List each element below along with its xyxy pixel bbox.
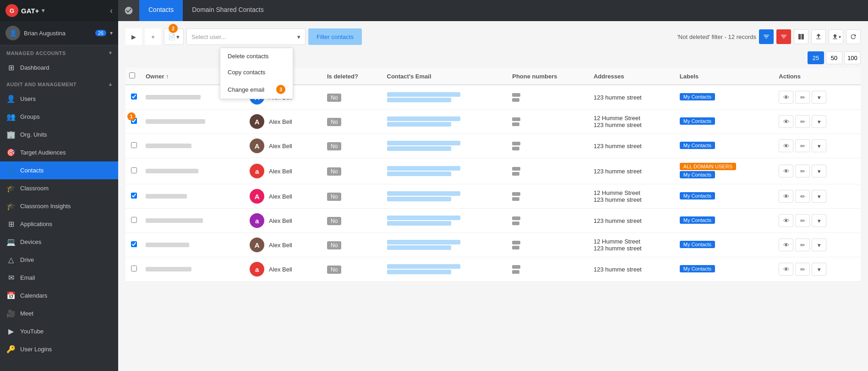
page-btn-25[interactable]: 25: [808, 51, 824, 64]
edit-button[interactable]: ✏: [795, 91, 810, 104]
page-btn-100[interactable]: 100: [844, 51, 861, 64]
edit-button[interactable]: ✏: [795, 190, 810, 203]
sidebar-item-meet[interactable]: 🎥 Meet: [0, 305, 118, 322]
sidebar-item-user-logins[interactable]: 🔑 User Logins: [0, 340, 118, 358]
view-button[interactable]: 👁: [779, 214, 793, 227]
tab-domain-shared[interactable]: Domain Shared Contacts: [183, 0, 273, 21]
table-row: 1AAlex BellNo12 Humme Street123 humme st…: [126, 110, 861, 134]
sidebar-item-users[interactable]: 👤 Users: [0, 90, 118, 108]
edit-button[interactable]: ✏: [795, 165, 810, 177]
import-button[interactable]: [811, 29, 826, 44]
address: 123 humme street: [590, 85, 676, 110]
owner-email-blurred: [146, 218, 203, 223]
main-content: Contacts Domain Shared Contacts ▶ + 2 📄 …: [118, 0, 868, 371]
row-checkbox[interactable]: [131, 167, 137, 173]
edit-button[interactable]: ✏: [795, 214, 810, 227]
export-button[interactable]: ▾: [829, 29, 843, 44]
sidebar-item-classroom[interactable]: 🎓 Classroom: [0, 179, 118, 197]
contact-avatar: A: [250, 189, 264, 204]
row-checkbox[interactable]: [131, 94, 137, 100]
edit-button[interactable]: ✏: [795, 139, 810, 152]
action-buttons: 👁✏▾: [779, 214, 857, 227]
target-audiences-icon: 🎯: [6, 148, 16, 157]
audit-label: AUDIT AND MANAGEMENT: [6, 82, 76, 87]
edit-button[interactable]: ✏: [795, 115, 810, 128]
row-checkbox[interactable]: [131, 266, 137, 271]
dropdown-item-delete-contacts[interactable]: Delete contacts: [220, 48, 293, 64]
sidebar-item-devices[interactable]: 💻 Devices: [0, 233, 118, 251]
columns-toggle-button[interactable]: [794, 29, 808, 44]
youtube-icon: ▶: [6, 327, 16, 336]
is-deleted-badge: No: [327, 217, 341, 225]
select-dropdown-icon: ▾: [297, 33, 300, 40]
filter-active-button[interactable]: [759, 29, 774, 44]
edit-button[interactable]: ✏: [795, 263, 810, 276]
label-badge: My Contacts: [680, 265, 715, 272]
address: 123 humme street: [590, 158, 676, 184]
more-actions-button[interactable]: ▾: [812, 91, 826, 104]
play-button[interactable]: ▶: [126, 28, 142, 45]
action-buttons: 👁✏▾: [779, 165, 857, 177]
row-checkbox[interactable]: [131, 142, 137, 148]
filter-clear-button[interactable]: [776, 29, 791, 44]
sidebar-item-classroom-insights[interactable]: 🎓 Classroom Insights: [0, 197, 118, 215]
tab-contacts[interactable]: Contacts: [139, 0, 183, 21]
sidebar-item-contacts[interactable]: 👤 Contacts: [0, 161, 118, 179]
view-button[interactable]: 👁: [779, 115, 793, 128]
table-row: aAlex BellNo123 humme streetMy Contacts👁…: [126, 209, 861, 233]
row-checkbox[interactable]: [131, 193, 137, 199]
add-button[interactable]: +: [145, 28, 161, 45]
more-actions-button[interactable]: ▾: [812, 190, 826, 203]
page-btn-50[interactable]: 50: [826, 51, 842, 64]
view-button[interactable]: 👁: [779, 263, 793, 276]
contact-name: Alex Bell: [269, 242, 292, 249]
contact-avatar: A: [250, 114, 264, 129]
refresh-button[interactable]: [846, 29, 861, 44]
user-dropdown-icon: ▾: [110, 30, 113, 36]
filter-contacts-button[interactable]: Filter contacts: [308, 28, 362, 45]
more-actions-button[interactable]: ▾: [812, 214, 826, 227]
view-button[interactable]: 👁: [779, 190, 793, 203]
sidebar-item-drive[interactable]: △ Drive: [0, 251, 118, 269]
view-button[interactable]: 👁: [779, 91, 793, 104]
sidebar-item-youtube[interactable]: ▶ YouTube: [0, 322, 118, 340]
row-checkbox[interactable]: [131, 241, 137, 247]
more-actions-button[interactable]: ▾: [812, 115, 826, 128]
contact-email-blurred: [387, 191, 505, 201]
sidebar-item-calendars[interactable]: 📅 Calendars: [0, 287, 118, 305]
sidebar-item-applications[interactable]: ⊞ Applications: [0, 215, 118, 233]
more-actions-button[interactable]: ▾: [812, 263, 826, 276]
sidebar-item-label: Calendars: [20, 292, 47, 299]
audit-section[interactable]: AUDIT AND MANAGEMENT ▴: [0, 77, 118, 90]
dropdown-item-copy-contacts[interactable]: Copy contacts: [220, 64, 293, 80]
user-select-dropdown[interactable]: Select user... ▾: [186, 28, 306, 45]
view-button[interactable]: 👁: [779, 139, 793, 152]
contact-name: Alex Bell: [269, 118, 292, 125]
edit-button[interactable]: ✏: [795, 238, 810, 251]
managed-accounts-section[interactable]: MANAGED ACCOUNTS ▾: [0, 45, 118, 59]
select-all-checkbox[interactable]: [129, 72, 135, 78]
dropdown-item-change-email[interactable]: Change email 3: [220, 80, 293, 99]
sidebar-item-org-units[interactable]: 🏢 Org. Units: [0, 126, 118, 144]
phone-numbers: [512, 167, 586, 176]
sidebar-item-email[interactable]: ✉ Email: [0, 269, 118, 287]
th-labels: Labels: [676, 68, 775, 85]
sidebar-item-dashboard[interactable]: ⊞ Dashboard: [0, 59, 118, 77]
more-actions-button[interactable]: ▾: [812, 238, 826, 251]
table-row: aAlex BellNo123 humme streetALL DOMAIN U…: [126, 158, 861, 184]
th-deleted[interactable]: Is deleted?: [323, 68, 383, 85]
sidebar-item-target-audiences[interactable]: 🎯 Target Audiences: [0, 144, 118, 161]
more-actions-button[interactable]: ▾: [812, 165, 826, 177]
sidebar-item-groups[interactable]: 👥 Groups: [0, 108, 118, 126]
sidebar-item-label: Org. Units: [20, 131, 47, 138]
notification-badge[interactable]: 26: [95, 30, 106, 36]
contacts-icon-btn[interactable]: [118, 0, 139, 21]
th-addresses: Addresses: [590, 68, 676, 85]
app-logo[interactable]: G GAT+ ▾: [5, 4, 44, 17]
view-button[interactable]: 👁: [779, 238, 793, 251]
phone-numbers: [512, 142, 586, 150]
more-actions-button[interactable]: ▾: [812, 139, 826, 152]
sidebar-collapse-button[interactable]: ‹: [110, 6, 113, 16]
view-button[interactable]: 👁: [779, 165, 793, 177]
row-checkbox[interactable]: [131, 217, 137, 223]
